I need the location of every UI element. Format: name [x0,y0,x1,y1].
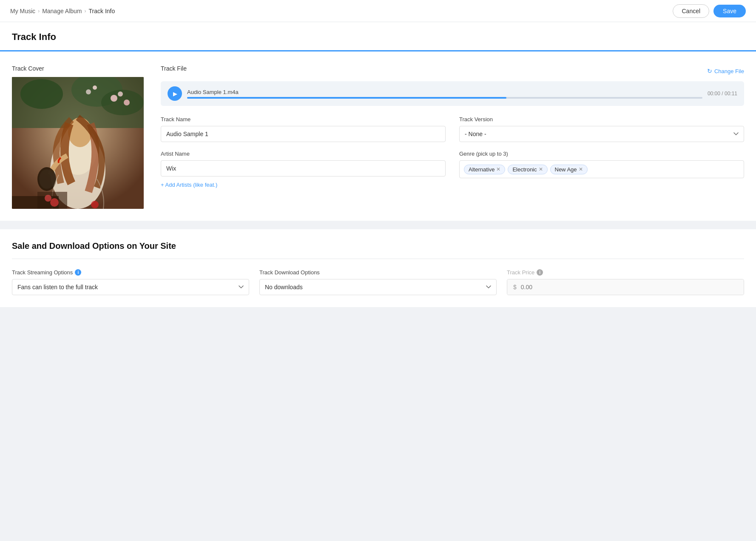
change-file-button[interactable]: ↻ Change File [707,68,744,74]
play-icon: ▶ [173,91,177,97]
streaming-options-group: Track Streaming Options i Fans can liste… [12,269,249,295]
artist-name-input[interactable] [161,160,446,177]
top-bar-actions: Cancel Save [673,4,746,18]
audio-progress-bar[interactable] [187,97,702,99]
track-name-group: Track Name [161,116,446,142]
streaming-info-icon[interactable]: i [75,269,81,276]
track-cover-label: Track Cover [12,65,144,72]
genre-tag-electronic: Electronic ✕ [508,165,547,174]
genre-tag-newage-label: New Age [555,166,577,173]
audio-progress-fill [187,97,506,99]
main-content: Track Cover [0,51,756,221]
genre-tag-newage: New Age ✕ [550,165,588,174]
download-options-select[interactable]: No downloads [259,279,497,295]
breadcrumb-my-music[interactable]: My Music [10,8,35,14]
genre-group: Genre (pick up to 3) Alternative ✕ Elect… [459,151,744,188]
download-options-group: Track Download Options No downloads [259,269,497,295]
genre-tag-newage-remove[interactable]: ✕ [579,167,583,172]
breadcrumb: My Music › Manage Album › Track Info [10,8,115,14]
svg-point-14 [39,169,54,189]
cancel-button[interactable]: Cancel [673,4,709,18]
track-cover-image[interactable] [12,77,144,209]
sale-options-grid: Track Streaming Options i Fans can liste… [12,269,744,295]
audio-player: ▶ Audio Sample 1.m4a 00:00 / 00:11 [161,81,744,106]
price-input[interactable] [521,279,744,295]
page-title: Track Info [12,31,744,43]
top-bar: My Music › Manage Album › Track Info Can… [0,0,756,22]
page-title-section: Track Info [0,22,756,51]
genre-tags-container[interactable]: Alternative ✕ Electronic ✕ New Age ✕ [459,160,744,178]
track-file-header: Track File ↻ Change File [161,65,744,77]
track-info-grid: Track Cover [12,65,744,209]
genre-label: Genre (pick up to 3) [459,151,744,157]
track-version-select[interactable]: - None - [459,126,744,142]
track-version-label: Track Version [459,116,744,122]
save-button[interactable]: Save [713,5,746,17]
svg-point-6 [118,91,123,97]
refresh-icon: ↻ [707,68,712,74]
section-divider [0,221,756,229]
svg-point-19 [91,201,99,208]
streaming-options-label: Track Streaming Options i [12,269,249,276]
breadcrumb-track-info: Track Info [89,8,115,14]
genre-tag-alternative-label: Alternative [469,166,495,173]
streaming-options-select[interactable]: Fans can listen to the full track [12,279,249,295]
price-input-wrapper: $ [507,279,744,295]
breadcrumb-sep-2: › [85,8,86,14]
track-price-label: Track Price i [507,269,744,276]
download-options-label: Track Download Options [259,269,497,276]
genre-tag-electronic-label: Electronic [512,166,537,173]
track-name-label: Track Name [161,116,446,122]
sale-divider [12,259,744,259]
svg-point-2 [20,79,63,109]
svg-point-7 [124,100,130,105]
svg-point-8 [86,89,91,94]
svg-point-5 [111,95,117,102]
track-form-grid: Track Name Track Version - None - Artist… [161,116,744,188]
breadcrumb-sep-1: › [38,8,40,14]
track-file-label: Track File [161,65,187,72]
track-details-section: Track File ↻ Change File ▶ Audio Sample … [161,65,744,188]
add-artists-link[interactable]: + Add Artists (like feat.) [161,182,446,188]
svg-point-17 [50,198,59,207]
audio-filename: Audio Sample 1.m4a [187,89,702,95]
audio-info: Audio Sample 1.m4a [187,89,702,99]
genre-tag-alternative: Alternative ✕ [464,165,505,174]
breadcrumb-manage-album[interactable]: Manage Album [42,8,82,14]
play-button[interactable]: ▶ [168,86,182,101]
price-currency: $ [507,279,521,295]
genre-tag-alternative-remove[interactable]: ✕ [496,167,500,172]
price-info-icon[interactable]: i [537,269,543,276]
artist-name-group: Artist Name + Add Artists (like feat.) [161,151,446,188]
sale-section-title: Sale and Download Options on Your Site [12,241,744,251]
track-cover-section: Track Cover [12,65,144,209]
svg-point-18 [45,195,51,202]
artist-name-label: Artist Name [161,151,446,157]
audio-time: 00:00 / 00:11 [708,91,737,97]
genre-tag-electronic-remove[interactable]: ✕ [539,167,543,172]
svg-point-9 [93,85,97,90]
track-price-group: Track Price i $ [507,269,744,295]
track-name-input[interactable] [161,126,446,142]
track-version-group: Track Version - None - [459,116,744,142]
sale-section: Sale and Download Options on Your Site T… [0,229,756,307]
